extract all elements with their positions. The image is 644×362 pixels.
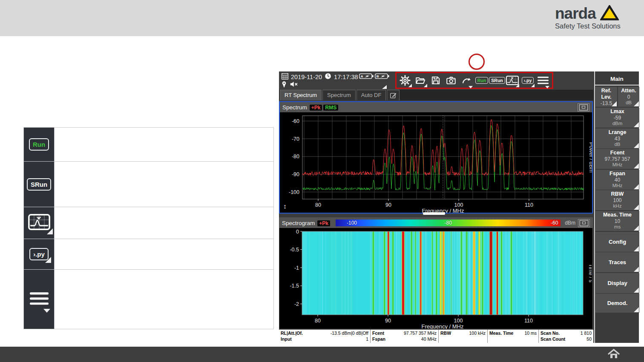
svg-text:-60: -60 xyxy=(292,118,299,124)
tab-spectrum[interactable]: Spectrum xyxy=(322,90,356,100)
device-bottom-status-bar: RL|Att.|Of.-13.5 dBm|0 dB|OffInput1Fcent… xyxy=(279,330,593,343)
logo-tagline: Safety Test Solutions xyxy=(555,22,627,30)
page-footer xyxy=(0,347,644,362)
softkey-lmax[interactable]: Lmax-59dBm xyxy=(595,108,639,128)
svg-text:80: 80 xyxy=(315,202,321,208)
logo-triangle-icon xyxy=(600,5,619,22)
open-folder-icon[interactable] xyxy=(413,74,428,87)
sidebar-title: Main xyxy=(595,72,639,86)
save-icon[interactable] xyxy=(428,74,443,87)
srun-button[interactable]: SRun xyxy=(490,74,504,87)
spectrum-view: Spectrum +PkRMS -60-70-80-90-10080901001… xyxy=(279,101,593,214)
svg-text:-0.5: -0.5 xyxy=(290,247,299,253)
annotation-circle xyxy=(469,54,485,70)
toolbar-highlight-box: RunSRun›.py xyxy=(395,72,553,89)
camera-icon[interactable] xyxy=(444,74,458,87)
svg-text:100: 100 xyxy=(454,202,463,208)
legend-description xyxy=(55,162,274,207)
trace-badge: +Pk xyxy=(317,220,330,226)
srun-button-icon: SRun xyxy=(24,162,55,207)
softkey-fcent[interactable]: Fcent97.757 357MHz xyxy=(595,149,639,169)
legend-row xyxy=(24,207,274,239)
home-icon[interactable] xyxy=(608,349,620,361)
menu-icon xyxy=(24,270,55,329)
page: narda Safety Test Solutions RunSRun›.py … xyxy=(0,0,644,362)
spectrum-view-title: Spectrum xyxy=(282,104,307,111)
status-date: 2019-11-20 xyxy=(291,74,322,80)
softkey-fspan[interactable]: Fspan40MHz xyxy=(595,170,639,190)
svg-text:90: 90 xyxy=(385,202,391,208)
python-script-icon[interactable]: ›.py xyxy=(520,74,535,87)
legend-table: RunSRun›.py xyxy=(23,127,274,329)
page-header: narda Safety Test Solutions xyxy=(0,0,644,36)
menu-icon[interactable] xyxy=(536,74,550,87)
svg-text:-100: -100 xyxy=(289,189,299,195)
legend-row: Run xyxy=(24,128,274,162)
softkey-demod[interactable]: Demod. xyxy=(595,294,639,313)
gps-icon xyxy=(282,81,287,90)
svg-text:Time / s: Time / s xyxy=(588,264,592,282)
spectrum-maximize-button[interactable] xyxy=(578,103,589,111)
status-field: Scan No.1 810Scan Count50 xyxy=(539,330,593,343)
svg-text:100: 100 xyxy=(454,318,463,324)
svg-text:A: A xyxy=(361,74,363,78)
measurement-view-icon[interactable] xyxy=(505,74,520,87)
tab-auto-df[interactable]: Auto DF xyxy=(356,90,386,100)
settings-gear-icon[interactable] xyxy=(398,74,412,87)
colorbar-unit: dBm xyxy=(565,220,575,226)
status-field: RL|Att.|Of.-13.5 dBm|0 dB|OffInput1 xyxy=(279,330,371,343)
spectrum-plot[interactable]: -60-70-80-90-1008090100110Frequency / MH… xyxy=(280,112,592,213)
svg-text:-1.5: -1.5 xyxy=(290,283,299,289)
softkey-traces[interactable]: Traces xyxy=(595,252,639,272)
softkey-lrange[interactable]: Lrange43dB xyxy=(595,128,639,148)
svg-text:B: B xyxy=(377,74,379,78)
python-script-icon: ›.py xyxy=(24,239,55,270)
run-button-icon: Run xyxy=(24,128,55,162)
device-screenshot: 2019-11-20 17:17:38 A B RunSRun›.py RT S… xyxy=(279,71,639,343)
svg-text:-1: -1 xyxy=(294,265,299,271)
logo-brand: narda xyxy=(555,6,596,21)
status-time: 17:17:38 xyxy=(334,74,358,80)
status-field: Meas. Time10 ms xyxy=(488,330,539,343)
softkey-config[interactable]: Config xyxy=(595,232,639,252)
svg-text:0: 0 xyxy=(296,229,299,235)
legend-description xyxy=(55,207,274,239)
softkey-rbw[interactable]: RBW100kHz xyxy=(595,190,639,210)
spectrogram-maximize-button[interactable] xyxy=(578,219,590,227)
legend-row: SRun xyxy=(24,162,274,207)
spectrogram-plot[interactable]: 0-0.5-1-1.5-28090100110Frequency / MHzTi… xyxy=(279,228,592,329)
svg-text:-90: -90 xyxy=(292,171,299,177)
status-field: Fcent97.757 357 MHzFspan40 MHz xyxy=(371,330,439,343)
legend-description xyxy=(55,270,274,329)
replay-icon[interactable] xyxy=(459,74,474,87)
run-button[interactable]: Run xyxy=(474,74,489,87)
tab-rt-spectrum[interactable]: RT Spectrum xyxy=(280,90,322,100)
svg-text:↕: ↕ xyxy=(283,202,287,210)
battery-b-icon: B xyxy=(375,73,389,81)
measurement-view-icon xyxy=(24,207,55,239)
edit-tabs-icon[interactable] xyxy=(387,90,400,100)
colorbar-mid-label: -80 xyxy=(444,220,451,226)
svg-text:110: 110 xyxy=(524,318,533,324)
softkey-sidebar: Main Ref. Lev.-13.5dBmAtten.0dBLmax-59dB… xyxy=(594,71,639,343)
svg-text:Power / dBm: Power / dBm xyxy=(588,142,592,173)
spectrogram-view-title: Spectrogram xyxy=(282,220,315,226)
softkey-meas-time[interactable]: Meas. Time10ms xyxy=(595,211,639,231)
speaker-mute-icon xyxy=(290,81,298,89)
legend-row xyxy=(24,270,274,329)
statusbar-expand-icon[interactable] xyxy=(382,85,387,89)
svg-text:110: 110 xyxy=(525,202,533,208)
svg-text:80: 80 xyxy=(315,318,321,324)
spectrogram-view-header: Spectrogram +Pk -100 -80 -60 dBm xyxy=(279,218,592,228)
svg-text:90: 90 xyxy=(385,318,391,324)
spectrogram-view: Spectrogram +Pk -100 -80 -60 dBm 0-0.5-1… xyxy=(279,217,593,329)
softkey-ref-lev[interactable]: Ref. Lev.-13.5dBm xyxy=(595,87,617,107)
battery-a-icon: A xyxy=(359,73,374,81)
softkey-display[interactable]: Display xyxy=(595,273,639,293)
view-splitter-handle[interactable] xyxy=(423,212,445,215)
trace-badge: RMS xyxy=(323,105,338,111)
calendar-icon xyxy=(282,73,288,81)
softkey-atten[interactable]: Atten.0dB xyxy=(618,87,639,107)
trace-badge: +Pk xyxy=(310,105,322,111)
legend-row: ›.py xyxy=(24,239,274,270)
